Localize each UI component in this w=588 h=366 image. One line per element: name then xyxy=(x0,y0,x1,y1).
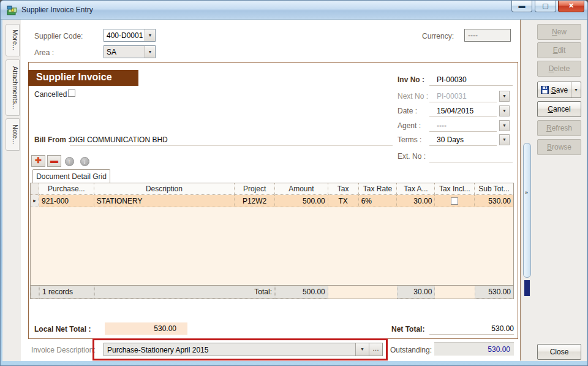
minimize-button[interactable]: ▬ xyxy=(511,1,532,12)
splitter-scroll-thumb[interactable]: » xyxy=(523,143,531,278)
cell-tax-inclusive xyxy=(435,195,475,207)
edit-button[interactable]: Edit xyxy=(537,42,581,58)
supplier-invoice-entry-window: Supplier Invoice Entry ▬ ▢ ✕ More... Att… xyxy=(0,0,588,366)
grid-header-indicator xyxy=(31,183,39,195)
net-total-field: 530.00 xyxy=(429,322,514,335)
invoice-description-label: Invoice Description: xyxy=(31,346,96,354)
outstanding-field: 530.00 xyxy=(434,342,514,356)
footer-tax-amount-total: 30.00 xyxy=(397,286,435,299)
up-arrow-icon: ↑ xyxy=(65,157,74,166)
area-value: SA xyxy=(104,46,145,58)
inv-no-label: Inv No : xyxy=(398,75,424,84)
terms-dropdown-icon[interactable]: ▼ xyxy=(499,134,510,145)
footer-sub-total-total: 530.00 xyxy=(475,286,513,299)
side-tab-more[interactable]: More... xyxy=(6,24,20,56)
browse-button[interactable]: Browse xyxy=(537,139,581,155)
grid-header-tax[interactable]: Tax xyxy=(328,183,359,195)
cell-tax-amount[interactable]: 30.00 xyxy=(397,195,435,207)
current-row-indicator-icon: ▸ xyxy=(31,195,39,207)
footer-record-count: 1 records xyxy=(39,286,94,299)
date-dropdown-icon[interactable]: ▼ xyxy=(499,105,510,116)
cell-tax[interactable]: TX xyxy=(328,195,359,207)
terms-label: Terms : xyxy=(398,135,421,144)
currency-field[interactable]: ---- xyxy=(464,29,511,42)
cell-purchase[interactable]: 921-000 xyxy=(39,195,94,207)
agent-field[interactable]: ---- xyxy=(429,120,497,132)
remove-row-button[interactable]: ▬ xyxy=(47,155,61,167)
table-row[interactable]: ▸ 921-000 STATIONERY P12W2 500.00 TX 6% … xyxy=(31,195,513,207)
cell-project[interactable]: P12W2 xyxy=(235,195,275,207)
add-row-button[interactable]: ✚ xyxy=(31,155,45,167)
delete-button[interactable]: Delete xyxy=(537,61,581,77)
cell-amount[interactable]: 500.00 xyxy=(275,195,328,207)
save-dropdown-icon[interactable]: ▼ xyxy=(571,82,581,97)
area-dropdown-icon[interactable]: ▼ xyxy=(145,46,155,58)
local-net-total-label: Local Net Total : xyxy=(34,325,91,334)
area-label: Area : xyxy=(34,48,54,57)
date-field[interactable]: 15/04/2015 xyxy=(429,105,497,117)
document-detail-grid: Purchase... Description Project Amount T… xyxy=(30,183,514,299)
supplier-code-combobox[interactable]: 400-D0001 ▼ xyxy=(104,29,156,42)
chevron-right-icon: » xyxy=(525,189,528,196)
cell-tax-rate[interactable]: 6% xyxy=(359,195,398,207)
close-button[interactable]: Close xyxy=(537,344,581,360)
inv-no-field: PI-00030 xyxy=(429,74,513,86)
maximize-button[interactable]: ▢ xyxy=(535,1,556,12)
footer-amount-total: 500.00 xyxy=(275,286,328,299)
grid-header-project[interactable]: Project xyxy=(235,183,275,195)
grid-header-amount[interactable]: Amount xyxy=(275,183,328,195)
next-no-field[interactable]: PI-00031 xyxy=(429,90,497,102)
bill-from-field: DIGI COMMUNICATION BHD xyxy=(70,134,393,146)
save-floppy-icon xyxy=(541,86,549,94)
next-no-dropdown-icon[interactable]: ▼ xyxy=(499,91,510,102)
footer-indicator xyxy=(31,286,39,299)
cancelled-label: Cancelled xyxy=(34,90,67,99)
new-button[interactable]: New xyxy=(537,24,581,40)
supplier-code-dropdown-icon[interactable]: ▼ xyxy=(145,29,155,41)
grid-empty-area[interactable] xyxy=(31,207,513,285)
move-row-up-button[interactable]: ↑ xyxy=(62,155,76,167)
refresh-button[interactable]: Refresh xyxy=(537,120,581,136)
agent-label: Agent : xyxy=(398,121,421,130)
terms-value: 30 Days xyxy=(437,135,464,144)
grid-header-tax-inclusive[interactable]: Tax Incl... xyxy=(435,183,475,195)
side-tab-note[interactable]: Note... xyxy=(6,118,20,151)
terms-field[interactable]: 30 Days xyxy=(429,134,497,146)
local-net-total-field: 530.00 xyxy=(105,322,187,335)
supplier-code-label: Supplier Code: xyxy=(34,32,83,40)
window-title: Supplier Invoice Entry xyxy=(21,6,93,14)
cell-description[interactable]: STATIONERY xyxy=(94,195,235,207)
cancelled-checkbox[interactable] xyxy=(68,90,75,97)
grid-header-tax-rate[interactable]: Tax Rate xyxy=(359,183,398,195)
title-bar: Supplier Invoice Entry ▬ ▢ ✕ xyxy=(1,1,588,20)
cancel-button[interactable]: Cancel xyxy=(537,101,581,117)
ext-no-field[interactable] xyxy=(429,150,513,162)
bill-from-label: Bill From : xyxy=(34,135,70,144)
save-button[interactable]: Save ▼ xyxy=(537,82,581,98)
net-total-label: Net Total: xyxy=(391,325,424,334)
area-combobox[interactable]: SA ▼ xyxy=(104,45,156,58)
date-label: Date : xyxy=(398,107,417,115)
supplier-code-value: 400-D0001 xyxy=(104,29,145,41)
move-row-down-button[interactable]: ↓ xyxy=(78,155,91,167)
outstanding-label: Outstanding: xyxy=(390,346,432,354)
cell-sub-total[interactable]: 530.00 xyxy=(475,195,513,207)
grid-footer-row: 1 records Total: 500.00 30.00 530.00 xyxy=(31,285,513,299)
close-window-button[interactable]: ✕ xyxy=(558,1,584,12)
save-button-label: Save xyxy=(551,86,568,94)
grid-header-row: Purchase... Description Project Amount T… xyxy=(31,183,513,195)
ext-no-label: Ext. No : xyxy=(398,152,426,161)
agent-value: ---- xyxy=(437,121,447,130)
scrollbar-navy-segment[interactable] xyxy=(524,280,530,296)
tab-document-detail-grid[interactable]: Document Detail Grid xyxy=(32,169,110,183)
agent-dropdown-icon[interactable]: ▼ xyxy=(499,120,510,131)
grid-header-description[interactable]: Description xyxy=(94,183,235,195)
app-icon xyxy=(7,5,18,16)
currency-label: Currency: xyxy=(422,32,454,40)
grid-header-sub-total[interactable]: Sub Tot... xyxy=(475,183,513,195)
grid-header-tax-amount[interactable]: Tax A... xyxy=(397,183,435,195)
tax-inclusive-checkbox[interactable] xyxy=(451,197,458,205)
bill-from-value: DIGI COMMUNICATION BHD xyxy=(70,135,168,144)
side-tab-attachments[interactable]: Attachments... xyxy=(6,59,20,116)
grid-header-purchase[interactable]: Purchase... xyxy=(39,183,94,195)
